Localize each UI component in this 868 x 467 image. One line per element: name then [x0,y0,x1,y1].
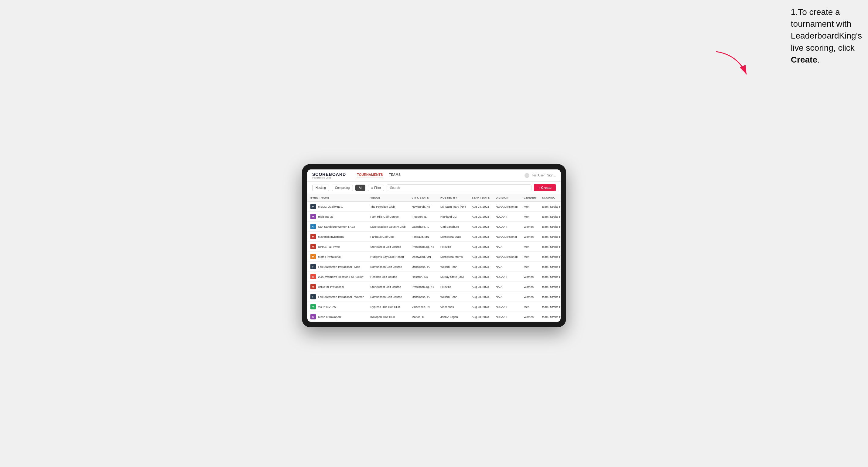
team-logo: M [310,204,316,209]
scoring-cell: team, Stroke Play [539,282,561,292]
venue-cell: Faribault Golf Club [367,232,408,242]
event-name-cell: C Carl Sandburg Women FA23 [307,222,367,232]
division-cell: NJCAA II [493,272,521,282]
top-right: Test User | Sign... [525,173,556,178]
start-date-cell: Aug 28, 2023 [469,282,493,292]
user-label: Test User | Sign... [532,174,556,177]
team-logo: M [310,234,316,239]
event-name-cell: M MSMC Qualifying 1 [307,201,367,212]
event-name: Maverick Invitational [318,235,344,238]
gender-cell: Men [521,201,539,212]
team-logo: M [310,254,316,259]
filter-button[interactable]: ≡ Filter [368,185,384,191]
venue-cell: StoneCrest Golf Course [367,242,408,252]
event-name: UPIKE Fall Invite [318,245,340,248]
nav-tabs: TOURNAMENTS TEAMS [357,173,401,178]
gender-cell: Women [521,222,539,232]
division-cell: NCAA Division III [493,252,521,262]
start-date-cell: Aug 28, 2023 [469,272,493,282]
venue-cell: Kokopelli Golf Club [367,312,408,322]
scoring-cell: team, Stroke Play [539,212,561,222]
start-date-cell: Aug 28, 2023 [469,252,493,262]
col-start-date: START DATE [469,194,493,201]
city-cell: Vincennes, IN [409,302,437,312]
division-cell: NAIA [493,292,521,302]
venue-cell: Park Hills Golf Course [367,212,408,222]
scoring-cell: team, Stroke Play [539,252,561,262]
table-header-row: EVENT NAME VENUE CITY, STATE HOSTED BY S… [307,194,561,201]
table-row: F Fall Statesmen Invitational - Women Ed… [307,292,561,302]
start-date-cell: Aug 28, 2023 [469,302,493,312]
start-date-cell: Aug 28, 2023 [469,242,493,252]
division-cell: NAIA [493,262,521,272]
event-name: 2023 Women's Hesston Fall Kickoff [318,275,363,278]
gender-cell: Women [521,312,539,322]
annotation-text: 1.To create a tournament with Leaderboar… [791,6,862,66]
event-name-cell: M Morris Invitational [307,252,367,262]
search-input[interactable] [386,184,531,191]
table-container: EVENT NAME VENUE CITY, STATE HOSTED BY S… [307,194,561,322]
table-row: K Klash at Kokopelli Kokopelli Golf Club… [307,312,561,322]
create-button[interactable]: + Create [534,184,556,191]
col-division: DIVISION [493,194,521,201]
start-date-cell: Aug 25, 2023 [469,212,493,222]
table-row: W 2023 Women's Hesston Fall Kickoff Hess… [307,272,561,282]
table-row: U UPIKE Fall Invite StoneCrest Golf Cour… [307,242,561,252]
team-logo: K [310,314,316,319]
hosting-button[interactable]: Hosting [312,185,329,191]
event-name: VU PREVIEW [318,305,336,309]
table-row: M Morris Invitational Ruttger's Bay Lake… [307,252,561,262]
event-name-cell: W 2023 Women's Hesston Fall Kickoff [307,272,367,282]
col-gender: GENDER [521,194,539,201]
logo-area: SCOREBOARD Powered by Clipp [312,172,346,179]
col-hosted-by: HOSTED BY [437,194,469,201]
hosted-by-cell: William Penn [437,262,469,272]
division-cell: NJCAA II [493,302,521,312]
event-name: Fall Statesmen Invitational - Women [318,295,364,299]
gender-cell: Women [521,232,539,242]
gender-cell: Men [521,302,539,312]
hosted-by-cell: Vincennes [437,302,469,312]
competing-button[interactable]: Competing [332,185,353,191]
city-cell: Oskaloosa, IA [409,262,437,272]
division-cell: NJCAA I [493,212,521,222]
event-name-cell: H Highland 36 [307,212,367,222]
team-logo: V [310,304,316,309]
team-logo: H [310,214,316,219]
venue-cell: Ruttger's Bay Lake Resort [367,252,408,262]
hosted-by-cell: Carl Sandburg [437,222,469,232]
city-cell: Marion, IL [409,312,437,322]
event-name: Fall Statesmen Invitational - Men [318,265,360,269]
event-name-cell: U upike fall invitational [307,282,367,292]
division-cell: NCAA Division III [493,201,521,212]
nav-tab-tournaments[interactable]: TOURNAMENTS [357,173,383,178]
venue-cell: StoneCrest Golf Course [367,282,408,292]
division-cell: NJCAA I [493,222,521,232]
gear-icon[interactable] [525,173,529,178]
city-cell: Freeport, IL [409,212,437,222]
logo-sub: Powered by Clipp [312,177,346,179]
city-cell: Hesston, KS [409,272,437,282]
gender-cell: Women [521,292,539,302]
venue-cell: Cypress Hills Golf Club [367,302,408,312]
scoring-cell: team, Stroke Play [539,262,561,272]
start-date-cell: Aug 28, 2023 [469,292,493,302]
city-cell: Prestonsburg, KY [409,242,437,252]
city-cell: Faribault, MN [409,232,437,242]
gender-cell: Men [521,252,539,262]
team-logo: C [310,224,316,229]
hosted-by-cell: Mt. Saint Mary (NY) [437,201,469,212]
tablet-frame: SCOREBOARD Powered by Clipp TOURNAMENTS … [302,164,566,327]
tablet-screen: SCOREBOARD Powered by Clipp TOURNAMENTS … [307,169,561,322]
city-cell: Prestonsburg, KY [409,282,437,292]
event-name-cell: U UPIKE Fall Invite [307,242,367,252]
table-row: V VU PREVIEW Cypress Hills Golf Club Vin… [307,302,561,312]
scoring-cell: team, Stroke Play [539,292,561,302]
tournaments-table: EVENT NAME VENUE CITY, STATE HOSTED BY S… [307,194,561,322]
filter-bar: Hosting Competing All ≡ Filter + Create [307,182,561,194]
event-name: Highland 36 [318,215,334,218]
all-button[interactable]: All [355,185,365,191]
nav-tab-teams[interactable]: TEAMS [389,173,401,178]
event-name: Klash at Kokopelli [318,315,341,318]
hosted-by-cell: Pikeville [437,242,469,252]
